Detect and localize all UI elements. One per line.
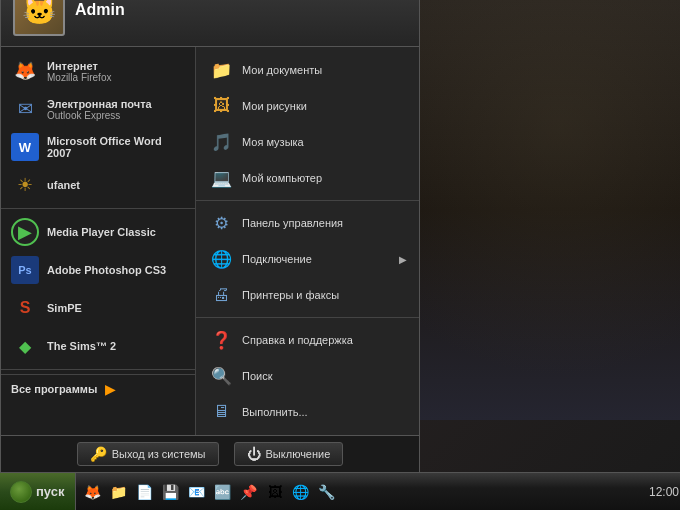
right-item-my-pics[interactable]: 🖼 Мои рисунки — [196, 88, 419, 124]
all-programs-button[interactable]: Все программы ▶ — [1, 374, 195, 403]
run-icon: 🖥 — [208, 399, 234, 425]
tray-time: 12:00 — [656, 484, 672, 500]
user-avatar: 🐱 — [13, 0, 65, 36]
search-icon: 🔍 — [208, 363, 234, 389]
menu-item-outlook[interactable]: ✉ Электронная почта Outlook Express — [1, 90, 195, 128]
menu-item-sims[interactable]: ◆ The Sims™ 2 — [1, 327, 195, 365]
ufanet-icon: ☀ — [11, 171, 39, 199]
right-divider-2 — [196, 317, 419, 318]
left-divider — [1, 208, 195, 209]
my-music-icon: 🎵 — [208, 129, 234, 155]
right-item-printers[interactable]: 🖨 Принтеры и факсы — [196, 277, 419, 313]
taskbar-icon-net[interactable]: 🌐 — [289, 480, 313, 504]
mail-icon: ✉ — [11, 95, 39, 123]
ps-icon: Ps — [11, 256, 39, 284]
user-name: Admin — [75, 1, 125, 19]
taskbar-icons: 🦊 📁 📄 💾 📧 🔤 📌 🖼 🌐 🔧 — [76, 480, 649, 504]
taskbar-icon-text[interactable]: 🔤 — [211, 480, 235, 504]
menu-body: 🦊 Интернет Mozilla Firefox ✉ Электронная… — [1, 47, 419, 435]
menu-item-ps[interactable]: Ps Adobe Photoshop CS3 — [1, 251, 195, 289]
shutdown-icon: ⏻ — [247, 446, 261, 462]
right-item-help[interactable]: ❓ Справка и поддержка — [196, 322, 419, 358]
printers-icon: 🖨 — [208, 282, 234, 308]
logout-icon: 🔑 — [90, 446, 107, 462]
desktop: 🐱 Admin 🦊 Интернет Mozilla Firefox ✉ — [0, 0, 680, 510]
word-icon: W — [11, 133, 39, 161]
taskbar-icon-mail[interactable]: 📧 — [185, 480, 209, 504]
my-pics-icon: 🖼 — [208, 93, 234, 119]
right-item-my-music[interactable]: 🎵 Моя музыка — [196, 124, 419, 160]
right-item-connect[interactable]: 🌐 Подключение ▶ — [196, 241, 419, 277]
right-item-my-comp[interactable]: 💻 Мой компьютер — [196, 160, 419, 196]
taskbar-icon-pin[interactable]: 📌 — [237, 480, 261, 504]
taskbar: пуск 🦊 📁 📄 💾 📧 🔤 📌 🖼 🌐 🔧 12:00 — [0, 472, 680, 510]
right-item-my-docs[interactable]: 📁 Мои документы — [196, 52, 419, 88]
taskbar-icon-save[interactable]: 💾 — [159, 480, 183, 504]
taskbar-tray: 12:00 — [648, 484, 680, 500]
logout-button[interactable]: 🔑 Выход из системы — [77, 442, 219, 466]
start-menu: 🐱 Admin 🦊 Интернет Mozilla Firefox ✉ — [0, 0, 420, 472]
right-panel: 📁 Мои документы 🖼 Мои рисунки 🎵 Моя музы… — [196, 47, 419, 435]
menu-item-word[interactable]: W Microsoft Office Word 2007 — [1, 128, 195, 166]
right-item-run[interactable]: 🖥 Выполнить... — [196, 394, 419, 430]
sims-icon: ◆ — [11, 332, 39, 360]
firefox-icon: 🦊 — [11, 57, 39, 85]
start-orb — [10, 481, 32, 503]
connect-icon: 🌐 — [208, 246, 234, 272]
taskbar-icon-firefox[interactable]: 🦊 — [81, 480, 105, 504]
taskbar-icon-tool[interactable]: 🔧 — [315, 480, 339, 504]
taskbar-icon-img[interactable]: 🖼 — [263, 480, 287, 504]
mpc-icon: ▶ — [11, 218, 39, 246]
left-panel: 🦊 Интернет Mozilla Firefox ✉ Электронная… — [1, 47, 196, 435]
user-header: 🐱 Admin — [1, 0, 419, 47]
taskbar-icon-doc[interactable]: 📄 — [133, 480, 157, 504]
right-item-search[interactable]: 🔍 Поиск — [196, 358, 419, 394]
menu-item-simpe[interactable]: S SimPE — [1, 289, 195, 327]
control-panel-icon: ⚙ — [208, 210, 234, 236]
right-item-control-panel[interactable]: ⚙ Панель управления — [196, 205, 419, 241]
menu-item-mpc[interactable]: ▶ Media Player Classic — [1, 213, 195, 251]
programs-divider — [1, 369, 195, 370]
shutdown-bar: 🔑 Выход из системы ⏻ Выключение — [1, 435, 419, 472]
start-button[interactable]: пуск — [0, 473, 76, 511]
my-docs-icon: 📁 — [208, 57, 234, 83]
menu-item-ufanet[interactable]: ☀ ufanet — [1, 166, 195, 204]
menu-item-firefox[interactable]: 🦊 Интернет Mozilla Firefox — [1, 52, 195, 90]
my-comp-icon: 💻 — [208, 165, 234, 191]
help-icon: ❓ — [208, 327, 234, 353]
simpe-icon: S — [11, 294, 39, 322]
right-divider-1 — [196, 200, 419, 201]
shutdown-button[interactable]: ⏻ Выключение — [234, 442, 344, 466]
taskbar-icon-folder[interactable]: 📁 — [107, 480, 131, 504]
